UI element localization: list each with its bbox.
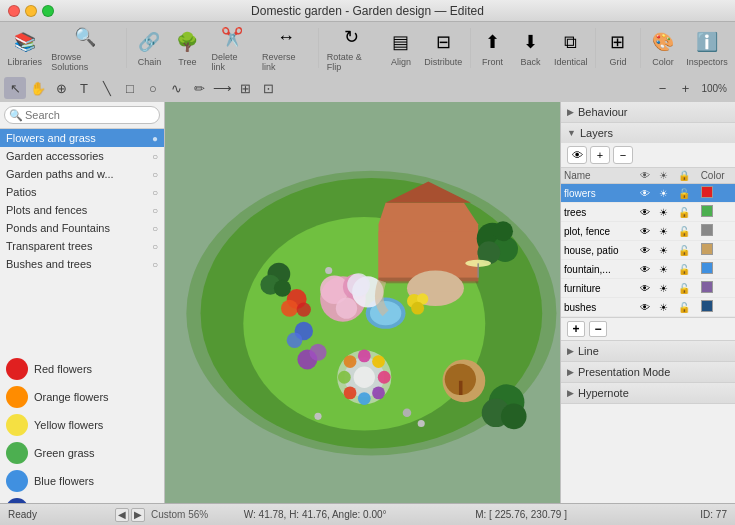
left-sidebar: 🔍 Flowers and grass ● Garden accessories…	[0, 102, 165, 503]
search-input[interactable]	[4, 106, 160, 124]
grid-icon: ⊞	[604, 28, 632, 56]
svg-point-33	[354, 367, 375, 388]
layers-add-btn[interactable]: +	[590, 146, 610, 164]
zoom-in-btn[interactable]: +	[674, 77, 696, 99]
rect-tool[interactable]: □	[119, 77, 141, 99]
scroll-controls: ◀ ▶ Custom 56%	[115, 508, 208, 522]
category-accessories[interactable]: Garden accessories ○	[0, 147, 164, 165]
search-bar: 🔍	[0, 102, 164, 129]
table-row[interactable]: furniture 👁 ☀ 🔓	[561, 279, 735, 298]
delete-link-tool[interactable]: ✂️ Delete link	[207, 21, 256, 74]
svg-rect-51	[477, 263, 478, 277]
front-icon: ⬆	[479, 28, 507, 56]
line-tool[interactable]: ╲	[96, 77, 118, 99]
list-item[interactable]: Red flowers	[0, 355, 164, 383]
rotate-flip-tool[interactable]: ↻ Rotate & Flip	[323, 21, 381, 74]
back-icon: ⬇	[517, 28, 545, 56]
col-color: Color	[698, 168, 735, 184]
list-item[interactable]: Dark blue flowers	[0, 495, 164, 503]
maximize-button[interactable]	[42, 5, 54, 17]
layers-toolbar: 👁 + −	[561, 143, 735, 168]
category-transparent[interactable]: Transparent trees ○	[0, 237, 164, 255]
grid-tool[interactable]: ⊞ Grid	[600, 26, 636, 69]
svg-point-20	[287, 332, 303, 348]
layers-header[interactable]: ▼ Layers	[561, 123, 735, 143]
back-tool[interactable]: ⬇ Back	[513, 26, 549, 69]
category-patios[interactable]: Patios ○	[0, 183, 164, 201]
behaviour-header[interactable]: ▶ Behaviour	[561, 102, 735, 122]
rotate-label: Rotate & Flip	[327, 52, 377, 72]
distribute-tool[interactable]: ⊟ Distribute	[421, 26, 466, 69]
table-row[interactable]: bushes 👁 ☀ 🔓	[561, 298, 735, 317]
chain-tool[interactable]: 🔗 Chain	[131, 26, 167, 69]
svg-point-22	[309, 344, 326, 361]
reverse-link-tool[interactable]: ↔️ Reverse link	[258, 21, 314, 74]
list-item[interactable]: Orange flowers	[0, 383, 164, 411]
ellipse-tool[interactable]: ○	[142, 77, 164, 99]
behaviour-label: Behaviour	[578, 106, 628, 118]
list-item[interactable]: Green grass	[0, 439, 164, 467]
col-name: Name	[561, 168, 637, 184]
layers-arrow: ▼	[567, 128, 576, 138]
layers-eye-btn[interactable]: 👁	[567, 146, 587, 164]
table-row[interactable]: trees 👁 ☀ 🔓	[561, 203, 735, 222]
libraries-tool[interactable]: 📚 Libraries	[4, 26, 45, 69]
layers-section: ▼ Layers 👁 + − Name 👁 ☀ 🔒 Color	[561, 123, 735, 341]
zoom-out-btn[interactable]: −	[651, 77, 673, 99]
hypernote-label: Hypernote	[578, 387, 629, 399]
pen-tool[interactable]: ✏	[188, 77, 210, 99]
table-row[interactable]: fountain,... 👁 ☀ 🔓	[561, 260, 735, 279]
reverse-link-icon: ↔️	[272, 23, 300, 51]
delete-link-label: Delete link	[211, 52, 252, 72]
garden-canvas-area[interactable]	[165, 102, 560, 503]
scroll-prev-btn[interactable]: ◀	[115, 508, 129, 522]
table-row[interactable]: house, patio 👁 ☀ 🔓	[561, 241, 735, 260]
zoom-tool[interactable]: ⊕	[50, 77, 72, 99]
color-label: Color	[652, 57, 674, 67]
connect-tool[interactable]: ⟶	[211, 77, 233, 99]
table-row[interactable]: flowers 👁 ☀ 🔓	[561, 184, 735, 203]
layers-remove-btn[interactable]: −	[613, 146, 633, 164]
close-button[interactable]	[8, 5, 20, 17]
category-flowers[interactable]: Flowers and grass ●	[0, 129, 164, 147]
color-tool[interactable]: 🎨 Color	[645, 26, 681, 69]
hypernote-header[interactable]: ▶ Hypernote	[561, 383, 735, 403]
identical-tool[interactable]: ⧉ Identical	[551, 26, 591, 69]
table-row[interactable]: plot, fence 👁 ☀ 🔓	[561, 222, 735, 241]
align-tool[interactable]: ▤ Align	[383, 26, 419, 69]
secondary-toolbar: ↖ ✋ ⊕ T ╲ □ ○ ∿ ✏ ⟶ ⊞ ⊡ − + 100%	[0, 74, 735, 102]
browse-solutions-tool[interactable]: 🔍 Browse Solutions	[47, 21, 122, 74]
crop-tool[interactable]: ⊡	[257, 77, 279, 99]
presentation-header[interactable]: ▶ Presentation Mode	[561, 362, 735, 382]
tree-tool[interactable]: 🌳 Tree	[169, 26, 205, 69]
libraries-icon: 📚	[11, 28, 39, 56]
main-area: 🔍 Flowers and grass ● Garden accessories…	[0, 102, 735, 503]
category-paths[interactable]: Garden paths and w... ○	[0, 165, 164, 183]
item-icon	[6, 442, 28, 464]
list-item[interactable]: Blue flowers	[0, 467, 164, 495]
toolbar-separator-5	[640, 28, 641, 68]
add-layer-btn[interactable]: +	[567, 321, 585, 337]
item-icon	[6, 386, 28, 408]
minimize-button[interactable]	[25, 5, 37, 17]
line-header[interactable]: ▶ Line	[561, 341, 735, 361]
bezier-tool[interactable]: ∿	[165, 77, 187, 99]
remove-layer-btn[interactable]: −	[589, 321, 607, 337]
svg-point-30	[344, 386, 357, 399]
text-tool[interactable]: T	[73, 77, 95, 99]
presentation-section: ▶ Presentation Mode	[561, 362, 735, 383]
identical-icon: ⧉	[557, 28, 585, 56]
inspectors-tool[interactable]: ℹ️ Inspectors	[683, 26, 731, 69]
category-bushes[interactable]: Bushes and trees ○	[0, 255, 164, 273]
svg-point-28	[372, 386, 385, 399]
list-item[interactable]: Yellow flowers	[0, 411, 164, 439]
hand-tool[interactable]: ✋	[27, 77, 49, 99]
layers-table: Name 👁 ☀ 🔒 Color flowers 👁 ☀ 🔓	[561, 168, 735, 317]
pointer-tool[interactable]: ↖	[4, 77, 26, 99]
category-ponds[interactable]: Ponds and Fountains ○	[0, 219, 164, 237]
search-icon: 🔍	[9, 109, 23, 122]
scroll-next-btn[interactable]: ▶	[131, 508, 145, 522]
category-fences[interactable]: Plots and fences ○	[0, 201, 164, 219]
front-tool[interactable]: ⬆ Front	[475, 26, 511, 69]
table-tool[interactable]: ⊞	[234, 77, 256, 99]
